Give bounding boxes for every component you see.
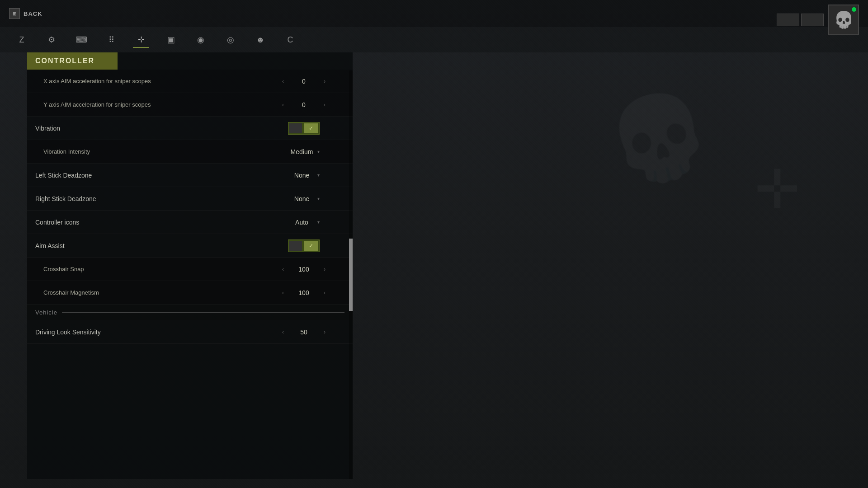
vibration-label: Vibration (35, 125, 263, 132)
right-stick-dropdown[interactable]: None ▾ (288, 195, 320, 202)
crosshair-snap-value: ‹ 100 › (263, 264, 344, 274)
nav-icon-c[interactable]: C (282, 32, 298, 48)
right-stick-chevron: ▾ (317, 196, 320, 201)
nav-icon-network[interactable]: ⠿ (103, 32, 119, 48)
nav-icon-keyboard[interactable]: ⌨ (73, 32, 90, 48)
currency-box-2 (801, 14, 824, 26)
y-axis-right-arrow[interactable]: › (321, 100, 328, 110)
crosshair-mag-value: ‹ 100 › (263, 288, 344, 298)
vibration-toggle[interactable]: ✓ (288, 122, 320, 135)
aim-assist-off-side (289, 241, 302, 251)
vibration-intensity-dropdown[interactable]: Medium ▾ (288, 148, 320, 155)
x-axis-val: 0 (290, 78, 317, 85)
x-axis-right-arrow[interactable]: › (321, 76, 328, 86)
setting-row-aim-assist: Aim Assist ✓ (27, 234, 353, 258)
icon-nav: Z ⚙ ⌨ ⠿ ⊹ ▣ ◉ ◎ ☻ C (0, 27, 868, 52)
vibration-toggle-container: ✓ (263, 122, 344, 135)
currency-box-1 (777, 14, 799, 26)
driving-look-value: ‹ 50 › (263, 327, 344, 337)
controller-icons-label: Controller icons (35, 219, 263, 226)
setting-row-right-stick: Right Stick Deadzone None ▾ (27, 187, 353, 211)
left-stick-label: Left Stick Deadzone (35, 172, 263, 179)
crosshair-mag-left-arrow[interactable]: ‹ (279, 288, 287, 298)
nav-icon-controller[interactable]: ⊹ (133, 32, 149, 48)
x-axis-label: X axis AIM acceleration for sniper scope… (43, 78, 263, 84)
vibration-intensity-value: Medium ▾ (263, 148, 344, 155)
currency-display (777, 14, 824, 26)
left-stick-chevron: ▾ (317, 173, 320, 178)
nav-icon-display[interactable]: ▣ (163, 32, 179, 48)
vibration-intensity-val: Medium (288, 148, 316, 155)
setting-row-driving-look: Driving Look Sensitivity ‹ 50 › (27, 320, 353, 344)
nav-icon-accessibility[interactable]: ☻ (252, 32, 269, 48)
aim-assist-toggle[interactable]: ✓ (288, 239, 320, 252)
setting-row-vibration-intensity: Vibration Intensity Medium ▾ (27, 140, 353, 164)
aim-assist-label: Aim Assist (35, 242, 263, 249)
bg-skull-decor: 💀 (597, 79, 720, 197)
back-icon: ⊞ (9, 8, 20, 19)
crosshair-mag-label: Crosshair Magnetism (43, 289, 263, 296)
vibration-intensity-label: Vibration Intensity (43, 148, 263, 155)
crosshair-snap-left-arrow[interactable]: ‹ (279, 264, 287, 274)
back-button[interactable]: ⊞ BACK (9, 8, 42, 19)
driving-look-val: 50 (290, 328, 317, 336)
vibration-thumb: ✓ (304, 123, 318, 133)
setting-row-crosshair-snap: Crosshair Snap ‹ 100 › (27, 258, 353, 281)
driving-look-right-arrow[interactable]: › (321, 327, 328, 337)
driving-look-left-arrow[interactable]: ‹ (279, 327, 287, 337)
driving-look-label: Driving Look Sensitivity (35, 328, 263, 336)
y-axis-value: ‹ 0 › (263, 100, 344, 110)
setting-row-left-stick: Left Stick Deadzone None ▾ (27, 164, 353, 187)
vehicle-divider: Vehicle (27, 305, 353, 320)
crosshair-snap-label: Crosshair Snap (43, 266, 263, 272)
left-stick-val: None (288, 172, 316, 179)
controller-icons-dropdown[interactable]: Auto ▾ (288, 219, 320, 226)
x-axis-value: ‹ 0 › (263, 76, 344, 86)
controller-icons-value: Auto ▾ (263, 219, 344, 226)
online-status-dot (852, 7, 856, 12)
right-stick-value: None ▾ (263, 195, 344, 202)
divider-line (62, 312, 344, 313)
avatar-frame[interactable]: 💀 (828, 5, 859, 35)
left-stick-value: None ▾ (263, 172, 344, 179)
settings-list: X axis AIM acceleration for sniper scope… (27, 70, 353, 344)
y-axis-val: 0 (290, 101, 317, 108)
setting-row-y-axis: Y axis AIM acceleration for sniper scope… (27, 93, 353, 117)
aim-assist-toggle-container: ✓ (263, 239, 344, 252)
section-title: CONTROLLER (27, 52, 118, 70)
setting-row-vibration: Vibration ✓ (27, 117, 353, 140)
aim-assist-track: ✓ (288, 239, 320, 252)
nav-icon-globe[interactable]: ◎ (222, 32, 239, 48)
controller-icons-val: Auto (288, 219, 316, 226)
bg-crosshair-decor: ✛ (755, 158, 800, 221)
vibration-off-side (289, 123, 302, 133)
right-stick-label: Right Stick Deadzone (35, 195, 263, 202)
nav-icon-audio[interactable]: ◉ (193, 32, 209, 48)
back-label: BACK (24, 10, 42, 17)
crosshair-mag-val: 100 (290, 289, 317, 296)
setting-row-controller-icons: Controller icons Auto ▾ (27, 211, 353, 234)
crosshair-snap-right-arrow[interactable]: › (321, 264, 328, 274)
right-stick-val: None (288, 195, 316, 202)
nav-icon-gear[interactable]: ⚙ (43, 32, 60, 48)
x-axis-left-arrow[interactable]: ‹ (279, 76, 287, 86)
top-bar: ⊞ BACK (0, 0, 868, 27)
vibration-track: ✓ (288, 122, 320, 135)
top-right-area: 💀 (777, 5, 859, 35)
nav-icon-z[interactable]: Z (14, 32, 30, 48)
crosshair-snap-val: 100 (290, 266, 317, 273)
controller-icons-chevron: ▾ (317, 220, 320, 225)
aim-assist-thumb: ✓ (304, 241, 318, 251)
vehicle-label: Vehicle (35, 309, 57, 316)
y-axis-label: Y axis AIM acceleration for sniper scope… (43, 101, 263, 108)
scrollbar-thumb[interactable] (349, 239, 353, 311)
setting-row-crosshair-mag: Crosshair Magnetism ‹ 100 › (27, 281, 353, 305)
settings-panel: CONTROLLER X axis AIM acceleration for s… (27, 52, 353, 479)
vibration-intensity-chevron: ▾ (317, 149, 320, 154)
setting-row-x-axis: X axis AIM acceleration for sniper scope… (27, 70, 353, 93)
crosshair-mag-right-arrow[interactable]: › (321, 288, 328, 298)
y-axis-left-arrow[interactable]: ‹ (279, 100, 287, 110)
left-stick-dropdown[interactable]: None ▾ (288, 172, 320, 179)
scrollbar[interactable] (349, 70, 353, 479)
